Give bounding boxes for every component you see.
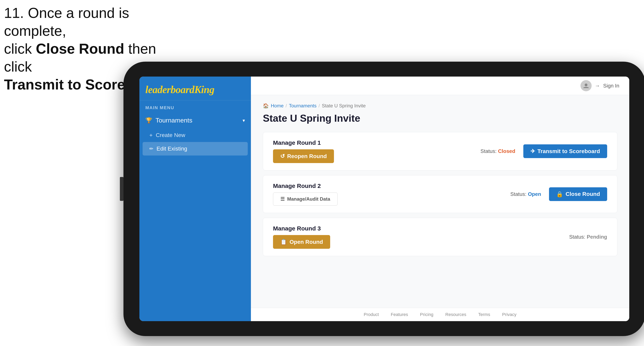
- manage-audit-label: Manage/Audit Data: [287, 196, 330, 202]
- footer-resources[interactable]: Resources: [445, 312, 466, 317]
- edit-icon: ✏: [149, 146, 153, 152]
- footer: Product Features Pricing Resources Terms…: [251, 308, 629, 321]
- footer-product[interactable]: Product: [364, 312, 379, 317]
- breadcrumb-tournaments[interactable]: Tournaments: [289, 103, 316, 109]
- sidebar-item-edit-existing[interactable]: ✏ Edit Existing: [142, 142, 248, 156]
- round-2-title: Manage Round 2: [273, 182, 338, 189]
- sidebar-nav: 🏆 Tournaments ▾ + Create New ✏ Edit Exis…: [140, 112, 251, 321]
- open-round-icon: 📋: [280, 239, 287, 245]
- open-round-button[interactable]: 📋 Open Round: [273, 235, 330, 249]
- audit-icon: ☰: [280, 196, 285, 202]
- breadcrumb-home[interactable]: Home: [271, 103, 284, 109]
- chevron-down-icon: ▾: [242, 118, 245, 123]
- round-3-card: Manage Round 3 📋 Open Round Status: Pend…: [263, 218, 617, 256]
- reopen-icon: ↺: [280, 153, 285, 160]
- tablet-frame: leaderboardKing MAIN MENU 🏆 Tournaments …: [124, 62, 644, 336]
- instruction-line1: 11. Once a round is complete,: [4, 5, 129, 39]
- sign-in-area[interactable]: → Sign In: [580, 80, 619, 91]
- round-2-status: Status: Open: [510, 191, 541, 197]
- tablet-side-button: [120, 177, 124, 201]
- edit-existing-label: Edit Existing: [156, 146, 187, 152]
- round-1-status-value: Closed: [498, 148, 515, 154]
- top-bar: → Sign In: [251, 77, 629, 95]
- footer-pricing[interactable]: Pricing: [420, 312, 433, 317]
- round-3-status-value: Pending: [587, 234, 607, 240]
- lock-icon: 🔒: [556, 191, 563, 197]
- close-round-label: Close Round: [566, 191, 600, 197]
- reopen-round-label: Reopen Round: [287, 153, 327, 160]
- instruction-line2: click: [4, 41, 36, 57]
- avatar: [580, 80, 592, 91]
- breadcrumb: 🏠 Home / Tournaments / State U Spring In…: [263, 103, 617, 109]
- footer-privacy[interactable]: Privacy: [502, 312, 516, 317]
- sign-in-icon: →: [595, 83, 600, 89]
- close-round-button[interactable]: 🔒 Close Round: [549, 187, 607, 201]
- plus-icon: +: [149, 132, 152, 138]
- round-3-status: Status: Pending: [569, 234, 607, 240]
- home-icon: 🏠: [263, 103, 269, 109]
- tournaments-nav-label: Tournaments: [156, 117, 192, 124]
- manage-audit-button[interactable]: ☰ Manage/Audit Data: [273, 192, 338, 206]
- round-1-status: Status: Closed: [480, 148, 515, 154]
- content-area: 🏠 Home / Tournaments / State U Spring In…: [251, 95, 629, 308]
- tablet-screen: leaderboardKing MAIN MENU 🏆 Tournaments …: [140, 77, 629, 321]
- logo-part2: King: [194, 84, 214, 95]
- sidebar-item-tournaments[interactable]: 🏆 Tournaments ▾: [140, 112, 251, 129]
- logo: leaderboardKing: [145, 84, 245, 95]
- reopen-round-button[interactable]: ↺ Reopen Round: [273, 149, 334, 163]
- main-menu-label: MAIN MENU: [140, 100, 251, 112]
- round-1-card: Manage Round 1 ↺ Reopen Round Status: Cl…: [263, 132, 617, 171]
- logo-part1: leaderboard: [145, 84, 194, 95]
- round-3-title: Manage Round 3: [273, 225, 330, 232]
- footer-features[interactable]: Features: [391, 312, 408, 317]
- open-round-label: Open Round: [290, 239, 323, 245]
- transmit-icon: ✈: [530, 148, 535, 155]
- round-2-card: Manage Round 2 ☰ Manage/Audit Data Statu…: [263, 175, 617, 213]
- trophy-icon: 🏆: [145, 117, 152, 124]
- page-title: State U Spring Invite: [263, 113, 617, 124]
- svg-point-4: [585, 84, 588, 86]
- round-2-status-value: Open: [528, 191, 541, 197]
- instruction-bold1: Close Round: [36, 41, 124, 57]
- round-1-title: Manage Round 1: [273, 139, 334, 146]
- sidebar-item-create-new[interactable]: + Create New: [140, 129, 251, 142]
- footer-terms[interactable]: Terms: [478, 312, 490, 317]
- main-content: → Sign In 🏠 Home / Tournaments / State U…: [251, 77, 629, 321]
- breadcrumb-current: State U Spring Invite: [322, 103, 366, 109]
- transmit-scoreboard-button[interactable]: ✈ Transmit to Scoreboard: [523, 144, 607, 158]
- logo-area: leaderboardKing: [140, 77, 251, 100]
- sidebar: leaderboardKing MAIN MENU 🏆 Tournaments …: [140, 77, 251, 321]
- sign-in-label[interactable]: Sign In: [603, 83, 619, 89]
- transmit-scoreboard-label: Transmit to Scoreboard: [538, 148, 600, 155]
- create-new-label: Create New: [156, 132, 185, 138]
